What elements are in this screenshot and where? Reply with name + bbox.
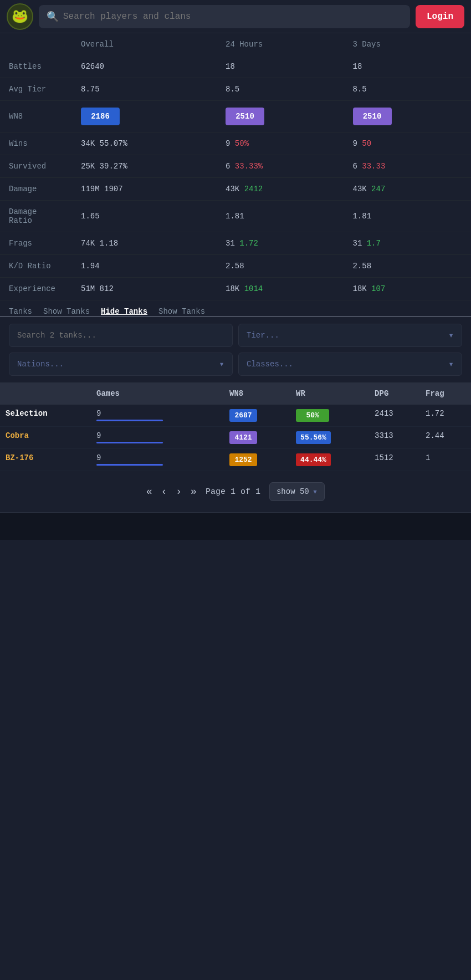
- show-tanks-24h-button[interactable]: Show Tanks: [43, 307, 90, 316]
- tank-wr: 50%: [290, 405, 369, 427]
- header-overall: Overall: [72, 33, 217, 55]
- tank-col-wn8: WN8: [224, 382, 290, 405]
- stats-table: Overall 24 Hours 3 Days Battles6264018 1…: [0, 33, 471, 300]
- stat-3days: 18: [344, 55, 472, 78]
- last-page-button[interactable]: »: [191, 486, 197, 497]
- stats-row: Avg Tier8.758.5 8.5: [0, 78, 471, 101]
- tank-games: 9: [91, 427, 224, 449]
- stat-3days: 6 33.33: [344, 155, 472, 178]
- stats-row: K/D Ratio1.942.58 2.58: [0, 255, 471, 278]
- stat-24h: 2510: [217, 101, 344, 132]
- stats-header-row: Overall 24 Hours 3 Days: [0, 33, 471, 55]
- stat-3days: 1.81: [344, 201, 472, 232]
- tier-select-label: Tier...: [247, 331, 279, 340]
- search-bar[interactable]: 🔍: [39, 5, 410, 28]
- pagination: « ‹ › » Page 1 of 1 show 50 ▾: [0, 471, 471, 512]
- stat-overall: 62640: [72, 55, 217, 78]
- bottom-bar: [0, 512, 471, 540]
- stat-label: Damage Ratio: [0, 201, 72, 232]
- tank-frag: 1: [420, 449, 471, 471]
- tier-chevron-icon: ▾: [448, 330, 454, 341]
- tank-wn8: 1252: [224, 449, 290, 471]
- classes-select-label: Classes...: [247, 360, 293, 369]
- show-count-select[interactable]: show 50 ▾: [269, 482, 325, 501]
- stat-24h: 43K 2412: [217, 178, 344, 201]
- stat-overall: 1.94: [72, 255, 217, 278]
- nations-select-label: Nations...: [17, 360, 64, 369]
- hide-tanks-button[interactable]: Hide Tanks: [101, 307, 147, 316]
- stat-24h: 1.81: [217, 201, 344, 232]
- tank-col-wr: WR: [290, 382, 369, 405]
- tank-name: BZ-176: [0, 449, 91, 471]
- tank-name: Selection: [0, 405, 91, 427]
- stat-24h: 6 33.33%: [217, 155, 344, 178]
- stat-3days: 2510: [344, 101, 472, 132]
- stat-label: Frags: [0, 232, 72, 255]
- stat-3days: 43K 247: [344, 178, 472, 201]
- filter-row-2: Nations... ▾ Classes... ▾: [9, 353, 462, 376]
- login-button[interactable]: Login: [416, 5, 464, 28]
- stat-label: Survived: [0, 155, 72, 178]
- nations-select[interactable]: Nations... ▾: [9, 353, 233, 376]
- stat-24h: 2.58: [217, 255, 344, 278]
- tank-table-header-row: Games WN8 WR DPG Frag: [0, 382, 471, 405]
- stat-24h: 9 50%: [217, 132, 344, 155]
- filter-row-1: Tier... ▾: [9, 324, 462, 347]
- tank-wn8: 2687: [224, 405, 290, 427]
- avatar: 🐸: [7, 3, 33, 30]
- stats-row: Wins34K 55.07%9 50%9 50: [0, 132, 471, 155]
- header-24h: 24 Hours: [217, 33, 344, 55]
- stat-3days: 9 50: [344, 132, 472, 155]
- nations-chevron-icon: ▾: [219, 359, 224, 370]
- classes-select[interactable]: Classes... ▾: [238, 353, 462, 376]
- show-count-chevron-icon: ▾: [313, 486, 318, 497]
- avatar-emoji: 🐸: [12, 8, 28, 24]
- stat-24h: 18K 1014: [217, 278, 344, 300]
- tanks-section-header: Tanks Show Tanks Hide Tanks Show Tanks: [0, 300, 471, 317]
- stats-row: Experience51M 81218K 101418K 107: [0, 278, 471, 300]
- prev-page-button[interactable]: ‹: [161, 486, 167, 497]
- stat-overall: 8.75: [72, 78, 217, 101]
- stat-3days: 2.58: [344, 255, 472, 278]
- stat-label: Experience: [0, 278, 72, 300]
- tank-dpg: 3313: [369, 427, 420, 449]
- stat-overall: 74K 1.18: [72, 232, 217, 255]
- page-info: Page 1 of 1: [206, 487, 260, 497]
- stat-overall: 34K 55.07%: [72, 132, 217, 155]
- stats-row: Damage Ratio1.651.81 1.81: [0, 201, 471, 232]
- search-input[interactable]: [63, 12, 402, 22]
- tier-select[interactable]: Tier... ▾: [238, 324, 462, 347]
- stats-row: Survived25K 39.27%6 33.33%6 33.33: [0, 155, 471, 178]
- classes-chevron-icon: ▾: [448, 359, 454, 370]
- stat-overall: 25K 39.27%: [72, 155, 217, 178]
- header-label-col: [0, 33, 72, 55]
- stat-label: Wins: [0, 132, 72, 155]
- first-page-button[interactable]: «: [146, 486, 152, 497]
- next-page-button[interactable]: ›: [176, 486, 182, 497]
- tank-col-name: [0, 382, 91, 405]
- tank-wr: 44.44%: [290, 449, 369, 471]
- stat-label: Battles: [0, 55, 72, 78]
- stat-3days: 31 1.7: [344, 232, 472, 255]
- stats-row: WN8218625102510: [0, 101, 471, 132]
- show-tanks-3d-button[interactable]: Show Tanks: [158, 307, 205, 316]
- stats-row: Frags74K 1.1831 1.7231 1.7: [0, 232, 471, 255]
- stat-3days: 18K 107: [344, 278, 472, 300]
- tank-search-input[interactable]: [9, 324, 233, 347]
- tank-col-games: Games: [91, 382, 224, 405]
- stats-row: Damage119M 190743K 241243K 247: [0, 178, 471, 201]
- stat-label: Avg Tier: [0, 78, 72, 101]
- stat-overall: 1.65: [72, 201, 217, 232]
- tank-table: Games WN8 WR DPG Frag Selection9268750%2…: [0, 382, 471, 471]
- tank-col-dpg: DPG: [369, 382, 420, 405]
- tank-col-frag: Frag: [420, 382, 471, 405]
- stats-row: Battles6264018 18: [0, 55, 471, 78]
- tank-row: Cobra9412155.56%33132.44: [0, 427, 471, 449]
- tank-frag: 2.44: [420, 427, 471, 449]
- header: 🐸 🔍 Login: [0, 0, 471, 33]
- show-count-label: show 50: [277, 487, 309, 496]
- stat-label: WN8: [0, 101, 72, 132]
- tank-row: Selection9268750%24131.72: [0, 405, 471, 427]
- stat-24h: 18: [217, 55, 344, 78]
- tank-games: 9: [91, 405, 224, 427]
